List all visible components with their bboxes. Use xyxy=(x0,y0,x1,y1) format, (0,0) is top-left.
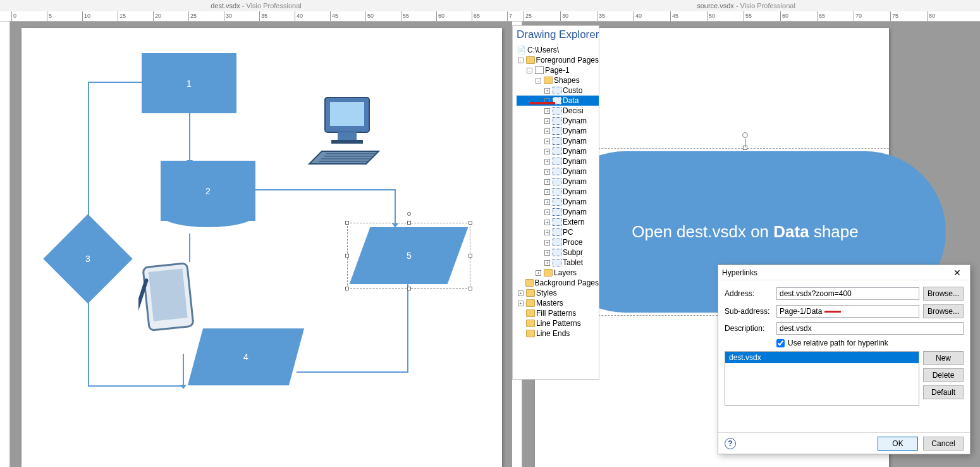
expand-toggle-icon[interactable]: + xyxy=(544,220,550,225)
tree-node[interactable]: +Data xyxy=(517,96,599,106)
expand-toggle-icon[interactable]: + xyxy=(544,118,550,124)
tree-node[interactable]: +Dynam xyxy=(517,166,599,177)
tree-node-label: Dynam xyxy=(563,116,587,125)
tree-root[interactable]: 📄 C:\Users\ xyxy=(517,45,599,55)
dialog-titlebar[interactable]: Hyperlinks ✕ xyxy=(718,265,970,280)
expand-toggle-icon[interactable]: - xyxy=(518,58,524,63)
tree-node[interactable]: +Proce xyxy=(517,237,599,247)
expand-toggle-icon[interactable]: + xyxy=(544,230,550,235)
data-shape-5[interactable]: 5 xyxy=(350,227,469,284)
close-icon[interactable]: ✕ xyxy=(948,268,966,278)
expand-toggle-icon[interactable]: + xyxy=(544,189,550,195)
tree-node[interactable]: +Dynam xyxy=(517,177,599,187)
tree-node[interactable]: +Dynam xyxy=(517,197,599,207)
expand-toggle-icon[interactable]: + xyxy=(544,250,550,256)
expand-toggle-icon[interactable]: + xyxy=(536,270,541,276)
tablet-clipart-icon[interactable] xyxy=(138,259,195,338)
connector[interactable] xyxy=(88,82,89,230)
rotate-handle-icon[interactable] xyxy=(742,132,748,138)
new-button[interactable]: New xyxy=(923,351,964,365)
tree-node[interactable]: +Dynam xyxy=(517,187,599,197)
manual-input-shape-4[interactable]: 4 xyxy=(188,328,304,385)
tree-node[interactable]: -Page-1 xyxy=(517,65,599,75)
expand-toggle-icon[interactable]: + xyxy=(544,260,550,266)
delete-button[interactable]: Delete xyxy=(923,368,964,382)
hyperlinks-dialog[interactable]: Hyperlinks ✕ Address: Browse... Sub-addr… xyxy=(718,265,971,454)
expand-toggle-icon[interactable]: - xyxy=(536,78,541,84)
tree-node[interactable]: Line Ends xyxy=(517,328,599,339)
expand-toggle-icon[interactable]: - xyxy=(527,68,532,73)
tree-node[interactable]: +Subpr xyxy=(517,247,599,258)
pc-clipart-icon[interactable] xyxy=(306,94,388,180)
tree-node[interactable]: +Dynam xyxy=(517,146,599,156)
expand-toggle-icon[interactable]: + xyxy=(544,139,550,144)
ok-button[interactable]: OK xyxy=(878,437,918,451)
tree-node[interactable]: -Shapes xyxy=(517,75,599,85)
drawing-workspace-left[interactable]: 1 2 3 4 5 xyxy=(0,22,512,467)
tree-node[interactable]: -Foreground Pages xyxy=(517,55,599,65)
expand-toggle-icon[interactable]: + xyxy=(544,88,550,94)
connector[interactable] xyxy=(189,233,190,262)
tree-node[interactable]: +Dynam xyxy=(517,116,599,126)
expand-toggle-icon[interactable]: + xyxy=(544,149,550,154)
expand-toggle-icon[interactable]: + xyxy=(518,301,524,306)
drawing-explorer-panel[interactable]: Drawing Explorer 📄 C:\Users\ -Foreground… xyxy=(512,25,599,380)
connector[interactable] xyxy=(88,385,183,387)
address-input[interactable] xyxy=(776,287,919,300)
expand-toggle-icon[interactable]: + xyxy=(544,209,550,215)
tree-node[interactable]: +Decisi xyxy=(517,106,599,116)
expand-toggle-icon[interactable]: + xyxy=(544,108,550,114)
drawing-explorer-tree[interactable]: 📄 C:\Users\ -Foreground Pages-Page-1-Sha… xyxy=(513,44,599,341)
connector[interactable] xyxy=(297,371,408,373)
tree-node-label: Dynam xyxy=(563,137,587,146)
connector[interactable] xyxy=(88,82,142,83)
window-title-app: - Visio Professional xyxy=(240,2,302,9)
tree-node[interactable]: +Dynam xyxy=(517,156,599,166)
tree-node[interactable]: Fill Patterns xyxy=(517,308,599,318)
default-button[interactable]: Default xyxy=(923,385,964,399)
tree-node[interactable]: +Tablet xyxy=(517,258,599,268)
connector[interactable] xyxy=(189,113,190,161)
decision-shape-3[interactable]: 3 xyxy=(43,214,132,303)
expand-toggle-icon[interactable]: + xyxy=(544,169,550,175)
expand-toggle-icon[interactable]: + xyxy=(544,159,550,165)
shape-icon xyxy=(553,259,561,266)
expand-toggle-icon[interactable]: + xyxy=(544,199,550,205)
tree-node[interactable]: +Masters xyxy=(517,298,599,308)
cancel-button[interactable]: Cancel xyxy=(923,437,964,451)
expand-toggle-icon[interactable]: + xyxy=(544,128,550,134)
tree-node[interactable]: Background Pages xyxy=(517,278,599,288)
process-shape-1[interactable]: 1 xyxy=(142,53,236,113)
tree-node[interactable]: +PC xyxy=(517,227,599,237)
connector[interactable] xyxy=(183,354,184,385)
tree-node[interactable]: +Layers xyxy=(517,268,599,278)
tree-node[interactable]: +Extern xyxy=(517,217,599,227)
tree-node[interactable]: +Custo xyxy=(517,85,599,96)
document-shape-2[interactable]: 2 xyxy=(161,161,255,221)
tree-node[interactable]: +Dynam xyxy=(517,126,599,136)
tree-node[interactable]: +Dynam xyxy=(517,136,599,146)
description-input[interactable] xyxy=(776,322,964,335)
expand-toggle-icon[interactable]: + xyxy=(518,290,524,296)
tree-node[interactable]: +Styles xyxy=(517,288,599,298)
expand-toggle-icon[interactable]: + xyxy=(544,179,550,185)
connector[interactable] xyxy=(407,284,408,373)
help-icon[interactable]: ? xyxy=(725,438,736,449)
expand-toggle-icon[interactable]: + xyxy=(544,240,550,246)
browse-address-button[interactable]: Browse... xyxy=(923,287,964,301)
connector[interactable] xyxy=(88,290,89,385)
list-item[interactable]: dest.vsdx xyxy=(725,352,919,363)
dialog-body: Address: Browse... Sub-address: Page-1/D… xyxy=(718,280,970,411)
tree-node[interactable]: +Dynam xyxy=(517,207,599,217)
dialog-footer: ? OK Cancel xyxy=(718,432,970,454)
tree-node[interactable]: Line Patterns xyxy=(517,318,599,328)
connector[interactable] xyxy=(395,189,396,224)
folder-icon xyxy=(544,269,553,277)
relative-path-checkbox[interactable] xyxy=(776,339,785,347)
drawing-page-left[interactable]: 1 2 3 4 5 xyxy=(21,28,502,467)
connector[interactable] xyxy=(255,189,395,190)
shape-icon xyxy=(553,117,561,125)
hyperlinks-listbox[interactable]: dest.vsdx xyxy=(725,351,919,406)
browse-subaddress-button[interactable]: Browse... xyxy=(923,304,964,318)
subaddress-input[interactable]: Page-1/Data xyxy=(776,305,919,318)
